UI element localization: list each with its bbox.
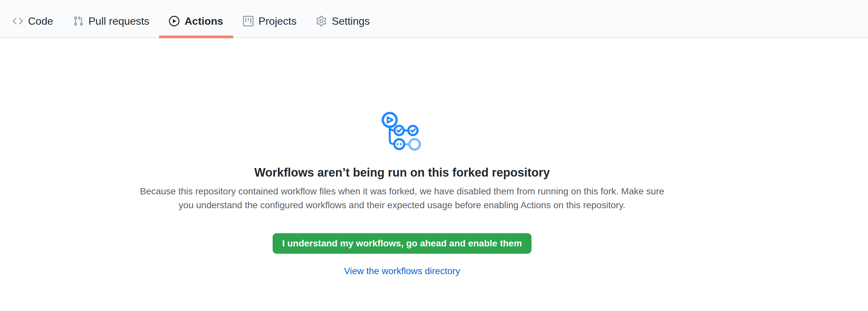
tab-label: Settings: [332, 16, 370, 26]
tab-label: Pull requests: [89, 16, 150, 26]
play-circle-icon: [169, 16, 180, 26]
view-workflows-directory-link[interactable]: View the workflows directory: [132, 264, 672, 278]
project-icon: [243, 16, 253, 26]
tab-label: Code: [28, 16, 53, 26]
tab-settings[interactable]: Settings: [306, 5, 380, 37]
tab-pull-requests[interactable]: Pull requests: [63, 5, 159, 37]
tab-actions[interactable]: Actions: [159, 5, 233, 37]
fork-warning-text: Because this repository contained workfl…: [132, 185, 672, 212]
page-title: Workflows aren’t being run on this forke…: [132, 165, 672, 180]
tab-code[interactable]: Code: [3, 5, 63, 37]
pull-request-icon: [73, 16, 84, 26]
actions-page: Code Pull requests Actions Projects Sett: [0, 0, 868, 311]
tab-projects[interactable]: Projects: [233, 5, 307, 37]
workflow-graph-icon: [381, 111, 424, 152]
tab-label: Actions: [184, 16, 223, 26]
tab-label: Projects: [258, 16, 297, 26]
enable-workflows-button[interactable]: I understand my workflows, go ahead and …: [273, 233, 531, 254]
blankslate: Workflows aren’t being run on this forke…: [132, 111, 672, 278]
code-icon: [12, 16, 23, 26]
repo-nav: Code Pull requests Actions Projects Sett: [0, 0, 868, 38]
gear-icon: [316, 16, 327, 26]
